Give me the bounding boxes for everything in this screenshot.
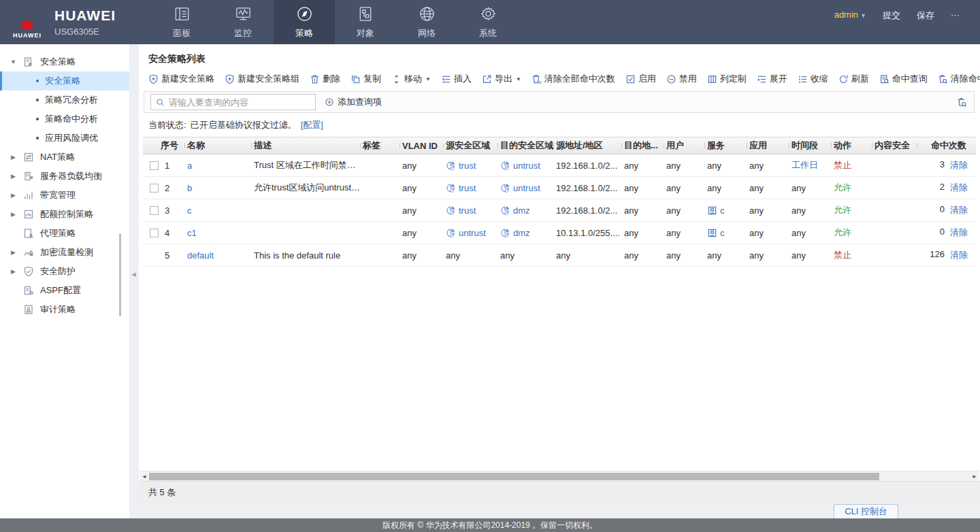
sidebar-item-label: 加密流量检测	[40, 246, 93, 259]
tab-system[interactable]: 系统	[457, 0, 519, 44]
sidebar-scrollbar-thumb[interactable]	[119, 233, 121, 316]
aspf-icon	[23, 285, 34, 296]
clear-hits-link[interactable]: 清除	[950, 182, 968, 194]
security-protection-icon	[23, 266, 34, 277]
sidebar-item-label: ASPF配置	[40, 284, 81, 297]
clear-hits-link[interactable]: 清除	[950, 227, 968, 239]
add-query-button[interactable]: 添加查询项	[325, 96, 382, 108]
sidebar-item-security-policy-list[interactable]: 安全策略	[0, 71, 129, 90]
bullet-icon	[36, 137, 39, 139]
save-button[interactable]: 保存	[917, 10, 934, 22]
scroll-left-arrow[interactable]: ◄	[140, 473, 149, 480]
row-number: 5	[165, 250, 169, 261]
export-button[interactable]: 导出▼	[482, 73, 521, 85]
tree-expanded-icon[interactable]: ▼	[10, 59, 17, 65]
monitor-icon	[234, 5, 252, 23]
row-checkbox[interactable]	[150, 161, 159, 170]
insert-button[interactable]: 插入	[441, 73, 472, 85]
clear-all-hits-button[interactable]: 00清除全部命中次数	[532, 73, 615, 85]
tab-dashboard[interactable]: 面板	[151, 0, 212, 44]
src_zone-link[interactable]: trust	[459, 161, 476, 171]
user-menu[interactable]: admin▼	[834, 10, 866, 20]
tab-network[interactable]: 网络	[396, 0, 457, 44]
expand-button[interactable]: 展开	[757, 73, 787, 85]
service-link[interactable]: c	[720, 228, 725, 238]
tree-collapsed-icon[interactable]: ▶	[10, 211, 17, 218]
bottom-strip: CLI 控制台	[139, 503, 980, 518]
column-header: 命中次数	[917, 139, 976, 152]
columns-icon	[707, 74, 717, 84]
dst_zone-link[interactable]: untrust	[513, 161, 540, 171]
move-button[interactable]: 移动▼	[391, 73, 431, 85]
tab-monitor[interactable]: 监控	[212, 0, 274, 44]
main-area: 安全策略列表 新建安全策略新建安全策略组删除复制移动▼插入导出▼00清除全部命中…	[139, 44, 980, 518]
tree-collapsed-icon[interactable]: ▶	[10, 192, 17, 199]
disable-button[interactable]: 禁用	[666, 73, 697, 85]
scrollbar-thumb[interactable]	[149, 473, 879, 480]
clear-query-icon[interactable]	[957, 97, 967, 107]
search-box	[150, 94, 316, 110]
sidebar-item-security-protection[interactable]: ▶安全防护	[0, 262, 129, 281]
row-checkbox[interactable]	[150, 184, 159, 193]
cli-console-button[interactable]: CLI 控制台	[834, 504, 898, 518]
more-button[interactable]: ···	[951, 10, 960, 20]
enable-button[interactable]: 启用	[625, 73, 656, 85]
sidebar-item-quota-control-policy[interactable]: ▶配额控制策略	[0, 205, 129, 224]
button-label: 启用	[638, 73, 656, 85]
copy-button[interactable]: 复制	[350, 73, 381, 85]
time-range-link[interactable]: 工作日	[791, 160, 818, 170]
sidebar-item-policy-hit-analysis[interactable]: 策略命中分析	[0, 110, 129, 129]
sidebar-item-proxy-policy[interactable]: 代理策略	[0, 224, 129, 243]
scroll-right-arrow[interactable]: ►	[970, 473, 979, 480]
policy-name-link[interactable]: default	[187, 250, 214, 261]
src_zone-link[interactable]: trust	[459, 205, 476, 216]
sidebar-item-security-policy[interactable]: ▼安全策略	[0, 52, 129, 71]
scrollbar-track[interactable]	[149, 472, 970, 481]
dst_zone-link[interactable]: dmz	[513, 228, 530, 238]
zone-icon	[446, 161, 456, 171]
sidebar-item-nat-policy[interactable]: ▶NAT策略	[0, 148, 129, 167]
tree-collapsed-icon[interactable]: ▶	[10, 268, 17, 275]
new-policy-group-button[interactable]: 新建安全策略组	[225, 73, 299, 85]
clear-hit-query-button[interactable]: 清除命中查询	[938, 73, 980, 85]
sidebar-item-label: 策略命中分析	[45, 113, 98, 125]
commit-button[interactable]: 提交	[883, 10, 900, 22]
row-checkbox[interactable]	[150, 229, 159, 237]
service-link[interactable]: c	[720, 205, 725, 216]
src_zone-link[interactable]: untrust	[459, 228, 486, 238]
tree-collapsed-icon[interactable]: ▶	[10, 173, 17, 180]
sidebar-item-aspf-config[interactable]: ASPF配置	[0, 281, 129, 300]
cell-seq: 1	[143, 161, 185, 171]
clear-hits-link[interactable]: 清除	[950, 159, 968, 171]
sidebar-item-encrypted-traffic-detection[interactable]: ▶加密流量检测	[0, 243, 129, 262]
dst_zone-link[interactable]: dmz	[513, 205, 530, 216]
search-input[interactable]	[169, 97, 310, 107]
row-checkbox[interactable]	[150, 206, 159, 215]
tab-policy[interactable]: 策略	[274, 0, 335, 44]
sidebar-item-server-load-balance[interactable]: ▶服务器负载均衡	[0, 167, 129, 186]
policy-name-link[interactable]: b	[187, 183, 192, 193]
delete-button[interactable]: 删除	[310, 73, 340, 85]
dst_zone-link[interactable]: untrust	[513, 183, 540, 193]
configure-link[interactable]: [配置]	[301, 119, 323, 131]
sidebar-item-audit-policy[interactable]: 审计策略	[0, 300, 129, 319]
tree-collapsed-icon[interactable]: ▶	[10, 249, 17, 256]
collapse-button[interactable]: 收缩	[798, 73, 828, 85]
new-policy-button[interactable]: 新建安全策略	[148, 73, 214, 85]
tree-collapsed-icon[interactable]: ▶	[10, 154, 17, 161]
src_zone-link[interactable]: trust	[459, 183, 476, 193]
clear-hits-link[interactable]: 清除	[950, 204, 968, 216]
policy-name-link[interactable]: c1	[187, 228, 197, 238]
refresh-button[interactable]: 刷新	[838, 73, 869, 85]
sidebar-item-app-risk-tuning[interactable]: 应用风险调优	[0, 129, 129, 148]
sidebar-collapse-handle[interactable]: ◀	[130, 265, 137, 283]
cell-vlan: any	[400, 205, 444, 216]
clear-hits-link[interactable]: 清除	[950, 249, 968, 261]
policy-name-link[interactable]: a	[187, 161, 192, 171]
tab-object[interactable]: 对象	[335, 0, 396, 44]
policy-name-link[interactable]: c	[187, 205, 192, 216]
sidebar-item-policy-redundancy-analysis[interactable]: 策略冗余分析	[0, 90, 129, 110]
hit-query-button[interactable]: 命中查询	[879, 73, 928, 85]
sidebar-item-bandwidth-management[interactable]: ▶带宽管理	[0, 186, 129, 205]
column-customize-button[interactable]: 列定制	[707, 73, 747, 85]
